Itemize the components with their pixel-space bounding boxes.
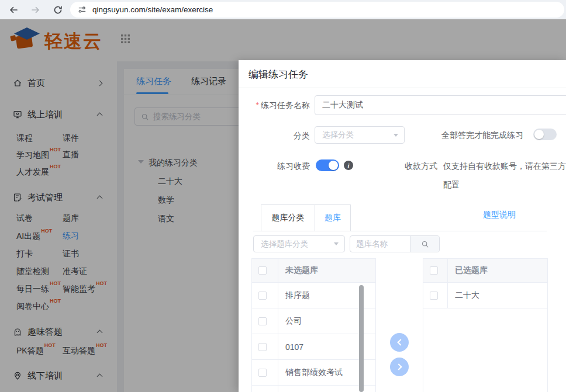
- header-checkbox-cell: [252, 259, 278, 282]
- info-icon[interactable]: i: [344, 161, 353, 170]
- table-row[interactable]: 排序题: [251, 283, 376, 308]
- category-select-placeholder: 选择分类: [322, 130, 354, 140]
- chevron-left-icon: [397, 339, 403, 345]
- browser-toolbar: qingsuyun.com/site/exam/exercise: [0, 0, 566, 19]
- table-row-partial: [251, 386, 376, 392]
- row-checkbox-cell: [252, 308, 278, 334]
- bank-name: 公司: [285, 316, 302, 327]
- bank-name: 销售部绩效考试: [285, 367, 343, 378]
- chevron-right-icon: [395, 363, 402, 370]
- table-row[interactable]: 销售部绩效考试: [251, 360, 376, 386]
- bank-category-filter-select[interactable]: 选择题库分类: [253, 235, 345, 252]
- select-all-checkbox[interactable]: [258, 266, 267, 275]
- fee-toggle[interactable]: [316, 159, 339, 171]
- dialog-title: 编辑练习任务: [249, 68, 308, 81]
- payment-method-label: 收款方式: [405, 161, 437, 172]
- bank-tabs: 题库分类 题库: [261, 204, 351, 231]
- selected-banks-table: 已选题库 二十大: [423, 258, 548, 392]
- bank-category-filter-placeholder: 选择题库分类: [261, 239, 308, 249]
- complete-all-toggle[interactable]: [533, 129, 557, 140]
- column-header: 已选题库: [455, 265, 488, 276]
- row-checkbox[interactable]: [430, 292, 438, 300]
- row-checkbox-cell: [252, 283, 278, 308]
- category-label: 分类: [246, 131, 310, 141]
- column-header: 未选题库: [285, 265, 318, 276]
- required-asterisk: *: [256, 100, 259, 110]
- table-row[interactable]: 0107: [251, 334, 376, 360]
- task-name-label: *练习任务名称: [246, 100, 310, 111]
- browser-reload-icon[interactable]: [53, 5, 63, 15]
- category-select[interactable]: 选择分类: [315, 126, 405, 144]
- table-empty-body: [423, 308, 548, 392]
- caret-down-icon: [394, 134, 398, 137]
- bank-name: 二十大: [455, 290, 479, 301]
- browser-forward-icon[interactable]: [30, 5, 41, 15]
- row-checkbox-cell: [252, 386, 278, 392]
- tab-bank[interactable]: 题库: [315, 204, 351, 231]
- unselected-banks-table: 未选题库 排序题 公司 0107 销售部绩效考试: [251, 258, 376, 392]
- row-checkbox-cell: [252, 360, 278, 385]
- move-left-button[interactable]: [390, 333, 409, 352]
- search-icon: [421, 240, 429, 248]
- row-checkbox[interactable]: [258, 343, 267, 351]
- dialog-title-divider: [239, 88, 566, 88]
- tab-bank-category[interactable]: 题库分类: [261, 204, 315, 231]
- payment-method-text-line1: 仅支持自有收款账号，请在第三方: [443, 161, 566, 172]
- table-header-row: 已选题库: [423, 258, 548, 283]
- bank-name: 排序题: [285, 290, 310, 301]
- toggle-knob: [534, 130, 544, 139]
- address-bar[interactable]: qingsuyun.com/site/exam/exercise: [70, 2, 564, 18]
- browser-back-icon[interactable]: [8, 5, 19, 15]
- screen: qingsuyun.com/site/exam/exercise 轻速云: [0, 0, 566, 392]
- table-row[interactable]: 二十大: [423, 283, 548, 308]
- url-text: qingsuyun.com/site/exam/exercise: [92, 5, 213, 14]
- header-checkbox-cell: [423, 259, 448, 282]
- select-all-checkbox[interactable]: [430, 266, 438, 275]
- caret-down-icon: [334, 242, 339, 245]
- row-checkbox[interactable]: [258, 369, 267, 377]
- complete-all-label: 全部答完才能完成练习: [441, 130, 523, 141]
- site-info-icon[interactable]: [78, 5, 87, 14]
- bank-name-input[interactable]: [350, 236, 410, 252]
- fee-label: 练习收费: [246, 161, 310, 172]
- row-checkbox-cell: [423, 283, 448, 308]
- toggle-knob: [329, 161, 338, 170]
- move-right-button[interactable]: [390, 358, 409, 376]
- bank-name: 0107: [285, 342, 303, 352]
- edit-practice-task-dialog: 编辑练习任务 *练习任务名称 分类 选择分类 全部答完才能完成练习 练习收费 i…: [239, 60, 566, 392]
- bank-search-button[interactable]: [410, 236, 439, 252]
- row-checkbox[interactable]: [258, 292, 267, 300]
- task-name-input[interactable]: [315, 95, 566, 115]
- table-row[interactable]: 公司: [251, 308, 376, 334]
- table-scrollbar[interactable]: [359, 285, 364, 392]
- row-checkbox[interactable]: [258, 317, 267, 325]
- page: 轻速云 首页 线上培训: [0, 19, 566, 392]
- question-type-help-link[interactable]: 题型说明: [483, 210, 516, 220]
- row-checkbox-cell: [252, 334, 278, 359]
- bank-name-search-group: [350, 235, 440, 252]
- payment-method-text-line2: 配置: [443, 180, 460, 190]
- table-header-row: 未选题库: [251, 258, 376, 283]
